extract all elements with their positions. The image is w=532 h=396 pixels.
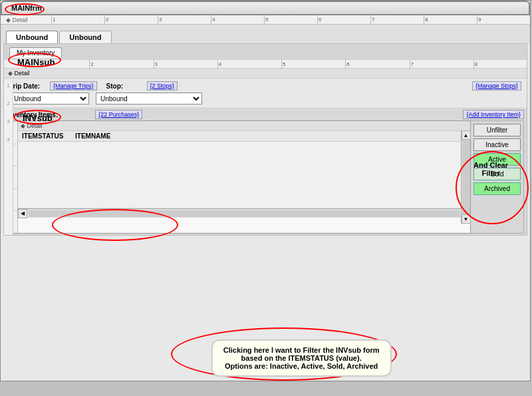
form-area: Trip Date: {Manage Trips} Stop: {2 Stops… bbox=[4, 79, 527, 108]
trip-date-select[interactable]: Unbound bbox=[9, 93, 89, 104]
outer-left-ruler: 1 2 3 4 bbox=[4, 81, 13, 235]
subform-sidebar: And Clear Filter Unfilter Inactive Activ… bbox=[471, 120, 524, 234]
ruler-num-3: 3 bbox=[158, 15, 211, 25]
col-itemname: ITEMNAME bbox=[74, 132, 127, 140]
subform-col-headers: ITEMSTATUS ITEMNAME bbox=[18, 131, 470, 142]
invsub-label: INVsub bbox=[23, 113, 53, 123]
stop-link[interactable]: {2 Stops} bbox=[147, 81, 178, 91]
ruler-num-6: 6 bbox=[317, 15, 370, 25]
h-scroll-track bbox=[29, 210, 460, 217]
unfilter-button[interactable]: Unfilter bbox=[473, 124, 521, 136]
main-window: MAINfrm ◆ Detail 1 2 3 4 5 6 7 8 9 Unbou… bbox=[0, 0, 531, 381]
scroll-track bbox=[462, 140, 470, 214]
mainsub-label: MAINsub bbox=[17, 57, 55, 67]
archived-button[interactable]: Archived bbox=[473, 182, 521, 195]
trip-date-row: Trip Date: {Manage Trips} Stop: {2 Stops… bbox=[9, 81, 521, 91]
inner-ruler: 1 2 3 4 5 6 7 8 bbox=[4, 59, 527, 69]
outer-ruler: ◆ Detail 1 2 3 4 5 6 7 8 9 bbox=[1, 15, 530, 25]
ruler-num-2: 2 bbox=[104, 15, 158, 25]
subform-main: 1 2 3 4 5 ◆ Detail ITEMSTATUS ITEMNAME bbox=[7, 120, 471, 234]
ruler-num-5: 5 bbox=[264, 15, 317, 25]
ruler-num-9: 9 bbox=[477, 15, 530, 25]
outer-tab-strip: Unbound Unbound bbox=[1, 25, 530, 43]
annotation-bubble: Clicking here I want to Filter the INVsu… bbox=[211, 339, 392, 377]
scroll-up[interactable]: ▲ bbox=[462, 130, 471, 140]
stop-select[interactable]: Unbound bbox=[96, 93, 202, 104]
inv-purchases-link[interactable]: {22 Purchases} bbox=[95, 110, 142, 119]
subform-container: 1 2 3 4 5 ◆ Detail ITEMSTATUS ITEMNAME bbox=[7, 120, 524, 234]
annotation-text: Clicking here I want to Filter the INVsu… bbox=[223, 346, 380, 370]
trip-date-link[interactable]: {Manage Trips} bbox=[50, 81, 97, 91]
dropdown-row: Unbound Unbound bbox=[9, 93, 521, 104]
v-scrollbar: ▲ ▼ bbox=[461, 130, 470, 224]
detail-inner-label: ◆ Detail bbox=[4, 69, 527, 79]
ruler-num-8: 8 bbox=[424, 15, 477, 25]
title-bar: MAINfrm bbox=[1, 1, 530, 15]
subform-detail-header: ◆ Detail bbox=[18, 121, 470, 131]
inv-items-row: Inventory Items: INVsub {22 Purchases} {… bbox=[4, 108, 527, 120]
h-scrollbar[interactable]: ◀ ▶ bbox=[18, 208, 470, 218]
manage-stops-link[interactable]: {Manage Stops} bbox=[472, 81, 521, 91]
tab-unbound-2[interactable]: Unbound bbox=[59, 31, 111, 43]
col-itemstatus: ITEMSTATUS bbox=[21, 132, 74, 140]
scroll-down[interactable]: ▼ bbox=[462, 214, 471, 224]
subform-data-area[interactable] bbox=[18, 142, 470, 208]
my-inventory-tab[interactable]: My Inventory bbox=[9, 47, 62, 58]
and-clear-filter-label: And Clear Filter bbox=[461, 161, 521, 177]
mainsub-outer: My Inventory MAINsub 1 2 3 4 5 6 7 8 ◆ D… bbox=[3, 43, 527, 236]
trip-date-label: Trip Date: bbox=[9, 83, 46, 90]
ruler-num-4: 4 bbox=[211, 15, 264, 25]
h-scroll-left[interactable]: ◀ bbox=[18, 209, 27, 218]
title-bar-text: MAINfrm bbox=[11, 4, 42, 12]
stop-label: Stop: bbox=[106, 83, 143, 90]
add-inventory-link[interactable]: {Add Inventory Item} bbox=[463, 110, 524, 119]
ruler-num-7: 7 bbox=[370, 15, 424, 25]
inactive-button[interactable]: Inactive bbox=[473, 138, 521, 151]
tab-unbound-1[interactable]: Unbound bbox=[6, 31, 58, 43]
ruler-num-1: 1 bbox=[51, 15, 104, 25]
detail-tab-label: ◆ Detail bbox=[6, 17, 28, 23]
